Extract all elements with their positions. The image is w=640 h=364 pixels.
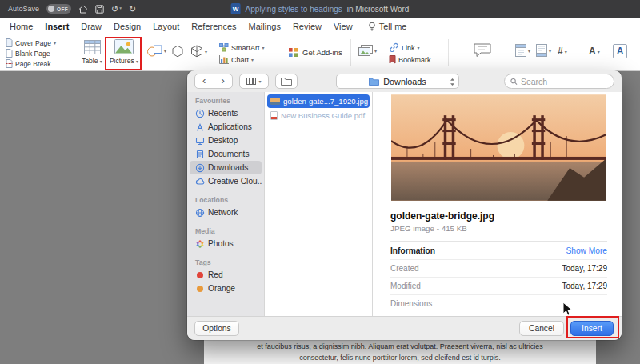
tab-references[interactable]: References	[191, 22, 236, 31]
divider	[282, 39, 282, 66]
text-box-button[interactable]: A	[613, 44, 627, 58]
sidebar-item-documents[interactable]: Documents	[190, 147, 262, 161]
sidebar-item-creative-cloud[interactable]: Creative Clou...	[190, 174, 262, 188]
blank-page-icon	[6, 49, 13, 58]
sidebar-item-photos[interactable]: Photos	[190, 237, 262, 250]
wordart-icon: A	[589, 46, 596, 57]
show-more-link[interactable]: Show More	[566, 246, 607, 255]
media-icon	[358, 45, 373, 57]
tab-view[interactable]: View	[334, 22, 353, 31]
cover-page-button[interactable]: Cover Page▾	[6, 38, 56, 48]
chevron-down-icon: ▾	[100, 59, 102, 64]
sidebar-item-label: Red	[208, 270, 223, 279]
header-button[interactable]: ▾	[515, 44, 530, 57]
search-input[interactable]	[521, 77, 608, 86]
chevron-down-icon: ▾	[565, 49, 567, 54]
blank-page-button[interactable]: Blank Page	[6, 48, 56, 58]
file-row-golden-gate[interactable]: golden-gate...7_1920.jpg	[267, 94, 370, 108]
sidebar-header-locations: Locations	[187, 194, 264, 206]
footer-button[interactable]: ▾	[536, 44, 551, 57]
icons-button[interactable]	[171, 45, 184, 58]
sidebar-item-label: Applications	[208, 122, 252, 131]
location-dropdown[interactable]: Downloads	[336, 74, 459, 89]
document-line: consectetur, felis nunc porttitor lorem,…	[214, 353, 586, 364]
spacer	[187, 219, 264, 225]
ribbon-tabs: Home Insert Draw Design Layout Reference…	[0, 18, 640, 35]
page-number-button[interactable]: # ▾	[558, 46, 567, 57]
info-row-modified: Modified Today, 17:29	[390, 278, 607, 294]
divider	[350, 39, 351, 66]
undo-button[interactable]: ↺▾	[111, 5, 122, 14]
bookmark-button[interactable]: Bookmark	[389, 54, 431, 66]
pictures-button[interactable]: Pictures ▾	[109, 37, 139, 65]
tab-insert[interactable]: Insert	[45, 22, 69, 31]
home-icon	[78, 5, 88, 14]
photos-icon	[194, 239, 205, 249]
sidebar-item-recents[interactable]: Recents	[190, 106, 262, 120]
info-row-created: Created Today, 17:29	[390, 260, 607, 277]
autosave-state: OFF	[57, 6, 68, 12]
tab-layout[interactable]: Layout	[153, 22, 179, 31]
file-name: New Business Guide.pdf	[281, 111, 365, 120]
table-icon	[78, 37, 106, 54]
page-break-icon	[6, 59, 13, 68]
information-heading: Information	[390, 246, 435, 255]
tab-design[interactable]: Design	[114, 22, 141, 31]
undo-icon: ↺	[111, 5, 118, 14]
sidebar-item-tag-orange[interactable]: Orange	[190, 282, 262, 295]
search-field[interactable]	[504, 74, 614, 89]
link-icon	[389, 42, 399, 53]
save-icon	[95, 5, 104, 14]
insert-button[interactable]: Insert	[570, 321, 614, 336]
sidebar-item-downloads[interactable]: Downloads	[190, 161, 262, 174]
info-row-dimensions: Dimensions	[390, 295, 607, 312]
redo-button[interactable]: ↻	[129, 5, 136, 14]
redo-icon: ↻	[129, 5, 136, 14]
tell-me-button[interactable]: Tell me	[368, 22, 407, 32]
link-bookmark-group: Link▾ Bookmark	[389, 42, 431, 66]
wordart-button[interactable]: A ▾	[589, 46, 600, 57]
get-addins-button[interactable]: Get Add-ins	[288, 47, 342, 58]
hexagon-icon	[171, 45, 184, 58]
shapes-button[interactable]: ▾	[147, 45, 166, 57]
sidebar-item-applications[interactable]: Applications	[190, 120, 262, 134]
sidebar-item-desktop[interactable]: Desktop	[190, 134, 262, 147]
folder-icon	[281, 77, 292, 86]
3d-models-button[interactable]: ▾	[190, 45, 207, 58]
tab-mailings[interactable]: Mailings	[249, 22, 281, 31]
autosave-toggle[interactable]: OFF	[46, 4, 71, 14]
page-break-button[interactable]: Page Break	[6, 58, 56, 69]
chevron-down-icon: ▾	[251, 57, 254, 62]
media-browser-button[interactable]: ▾	[358, 45, 377, 57]
chevron-down-icon: ▾	[164, 48, 166, 54]
table-button[interactable]: Table ▾	[78, 37, 106, 65]
smartart-button[interactable]: SmartArt▾	[219, 42, 265, 54]
text-box-icon: A	[613, 44, 627, 58]
home-button[interactable]	[78, 5, 88, 14]
pdf-file-icon	[270, 111, 278, 120]
tab-home[interactable]: Home	[10, 22, 33, 31]
page-number-icon: #	[558, 46, 563, 57]
sidebar-item-tag-red[interactable]: Red	[190, 268, 262, 282]
tab-draw[interactable]: Draw	[81, 22, 102, 31]
titlebar: AutoSave OFF ↺▾ ↻ W Applying styles to h…	[0, 0, 640, 18]
new-folder-button[interactable]	[275, 74, 298, 89]
ribbon-toolbar: Cover Page▾ Blank Page Page Break Table …	[0, 35, 640, 71]
view-mode-button[interactable]: ▾	[239, 74, 269, 89]
save-button[interactable]	[95, 5, 104, 14]
smartart-chart-group: SmartArt▾ Chart▾	[219, 42, 265, 66]
sidebar-item-label: Network	[208, 208, 238, 217]
forward-button[interactable]: ›	[214, 74, 233, 88]
preview-filename: golden-gate-bridge.jpg	[390, 210, 607, 222]
file-row-business-guide[interactable]: New Business Guide.pdf	[267, 109, 370, 122]
back-button[interactable]: ‹	[195, 74, 214, 88]
location-label: Downloads	[383, 77, 426, 86]
options-button[interactable]: Options	[194, 321, 239, 336]
cancel-button[interactable]: Cancel	[519, 321, 564, 336]
sidebar-item-network[interactable]: Network	[190, 206, 262, 219]
chevron-down-icon: ▾	[258, 78, 261, 84]
new-comment-button[interactable]	[474, 43, 491, 58]
chart-button[interactable]: Chart▾	[219, 54, 265, 66]
tab-review[interactable]: Review	[293, 22, 322, 31]
link-button[interactable]: Link▾	[389, 42, 431, 54]
